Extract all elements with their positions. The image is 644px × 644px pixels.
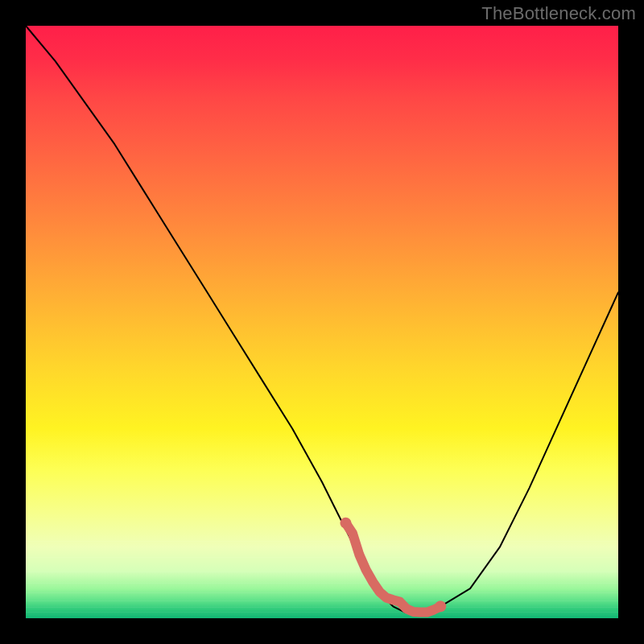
chart-frame: TheBottleneck.com <box>0 0 644 644</box>
accent-dot-right <box>435 601 446 612</box>
plot-area <box>26 26 618 618</box>
main-curve-path <box>26 26 618 613</box>
accent-curve-path <box>345 523 440 613</box>
curve-svg <box>26 26 618 618</box>
watermark-text: TheBottleneck.com <box>481 3 636 24</box>
accent-dot-left <box>340 518 351 529</box>
